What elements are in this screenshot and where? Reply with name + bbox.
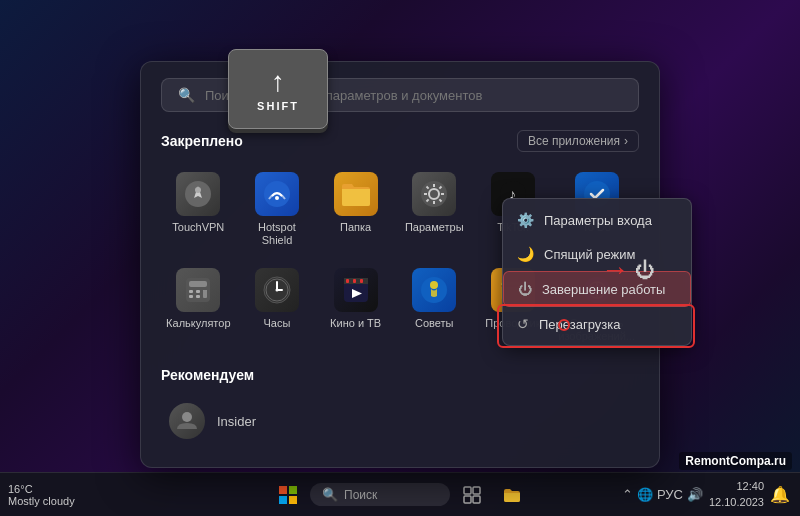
svg-rect-36 bbox=[473, 487, 480, 494]
power-icon: ⏻ bbox=[518, 281, 532, 297]
svg-rect-35 bbox=[464, 487, 471, 494]
weather-desc: Mostly cloudy bbox=[8, 495, 75, 507]
app-tips-label: Советы bbox=[415, 317, 453, 330]
svg-point-30 bbox=[182, 412, 192, 422]
network-icon: 🌐 bbox=[637, 487, 653, 502]
svg-rect-24 bbox=[360, 279, 363, 283]
file-explorer-taskbar[interactable] bbox=[494, 477, 530, 513]
chevron-up-icon: ⌃ bbox=[622, 487, 633, 502]
app-clock[interactable]: Часы bbox=[240, 260, 315, 351]
svg-rect-22 bbox=[346, 279, 349, 283]
taskbar-left: 16°C Mostly cloudy bbox=[0, 483, 81, 507]
clock-date: 12.10.2023 bbox=[709, 495, 764, 510]
recommended-label: Рекомендуем bbox=[161, 367, 254, 383]
recommended-header: Рекомендуем bbox=[161, 367, 639, 383]
svg-rect-31 bbox=[279, 486, 287, 494]
svg-rect-23 bbox=[353, 279, 356, 283]
power-menu-login-options[interactable]: ⚙️ Параметры входа bbox=[503, 203, 691, 237]
app-folder-label: Папка bbox=[340, 221, 371, 234]
taskview-button[interactable] bbox=[454, 477, 490, 513]
svg-rect-10 bbox=[189, 281, 207, 287]
svg-point-1 bbox=[195, 187, 201, 193]
taskbar-search-label: Поиск bbox=[344, 488, 377, 502]
shift-key-container: ↑ SHIFT bbox=[558, 319, 570, 331]
svg-point-26 bbox=[430, 281, 438, 289]
recommended-item[interactable]: Insider bbox=[161, 395, 639, 447]
svg-rect-16 bbox=[203, 290, 207, 298]
taskview-icon bbox=[463, 486, 481, 504]
all-apps-button[interactable]: Все приложения › bbox=[517, 130, 639, 152]
svg-rect-33 bbox=[279, 496, 287, 504]
svg-rect-14 bbox=[189, 295, 193, 298]
app-hotspot[interactable]: Hotspot Shield bbox=[240, 164, 315, 255]
app-touchvpn-label: TouchVPN bbox=[172, 221, 224, 234]
app-calc-label: Калькулятор bbox=[166, 317, 230, 330]
movies-icon bbox=[334, 268, 378, 312]
weather-temp: 16°C bbox=[8, 483, 33, 495]
power-menu: ⚙️ Параметры входа 🌙 Спящий режим ⏻ Заве… bbox=[502, 198, 692, 346]
weather-widget[interactable]: 16°C Mostly cloudy bbox=[8, 483, 75, 507]
shift-arrow: ↑ bbox=[271, 66, 285, 98]
taskbar-search[interactable]: 🔍 Поиск bbox=[310, 483, 450, 506]
svg-rect-15 bbox=[196, 295, 200, 298]
app-movies[interactable]: Кино и ТВ bbox=[318, 260, 393, 351]
app-touchvpn[interactable]: TouchVPN bbox=[161, 164, 236, 255]
watermark: RemontCompa.ru bbox=[679, 452, 792, 470]
svg-rect-38 bbox=[473, 496, 480, 503]
svg-rect-37 bbox=[464, 496, 471, 503]
system-tray[interactable]: ⌃ 🌐 РУС 🔊 bbox=[622, 487, 703, 502]
folder-icon bbox=[334, 172, 378, 216]
svg-point-25 bbox=[421, 277, 447, 303]
app-folder[interactable]: Папка bbox=[318, 164, 393, 255]
settings-icon bbox=[412, 172, 456, 216]
volume-icon: 🔊 bbox=[687, 487, 703, 502]
power-button-indicator: ⏻ bbox=[635, 259, 655, 282]
restart-icon: ↺ bbox=[517, 316, 529, 332]
svg-rect-11 bbox=[189, 290, 193, 293]
power-menu-sleep[interactable]: 🌙 Спящий режим bbox=[503, 237, 691, 271]
app-movies-label: Кино и ТВ bbox=[330, 317, 381, 330]
sleep-icon: 🌙 bbox=[517, 246, 534, 262]
datetime-widget[interactable]: 12:40 12.10.2023 bbox=[709, 479, 764, 510]
recommended-section: Рекомендуем Insider bbox=[161, 367, 639, 447]
pinned-section-header: Закреплено Все приложения › bbox=[161, 130, 639, 152]
app-calc[interactable]: Калькулятор bbox=[161, 260, 236, 351]
login-icon: ⚙️ bbox=[517, 212, 534, 228]
calc-icon bbox=[176, 268, 220, 312]
power-menu-shutdown[interactable]: ⏻ Завершение работы bbox=[503, 271, 691, 307]
svg-point-19 bbox=[275, 288, 278, 291]
right-arrow-icon: → bbox=[601, 254, 629, 286]
svg-rect-32 bbox=[289, 486, 297, 494]
search-icon: 🔍 bbox=[178, 87, 195, 103]
start-button[interactable] bbox=[270, 477, 306, 513]
power-menu-restart[interactable]: ↺ Перезагрузка bbox=[503, 307, 691, 341]
rec-item-icon bbox=[169, 403, 205, 439]
shift-key: ↑ SHIFT bbox=[228, 49, 328, 129]
chevron-right-icon: › bbox=[624, 134, 628, 148]
pinned-label: Закреплено bbox=[161, 133, 243, 149]
tips-icon bbox=[412, 268, 456, 312]
shift-label: SHIFT bbox=[257, 100, 299, 112]
app-hotspot-label: Hotspot Shield bbox=[244, 221, 311, 247]
windows-logo-icon bbox=[279, 486, 297, 504]
clock-icon bbox=[255, 268, 299, 312]
rec-item-label: Insider bbox=[217, 414, 256, 429]
app-settings[interactable]: Параметры bbox=[397, 164, 472, 255]
taskbar: 16°C Mostly cloudy 🔍 Поиск bbox=[0, 472, 800, 516]
taskbar-right: ⌃ 🌐 РУС 🔊 12:40 12.10.2023 🔔 bbox=[622, 479, 800, 510]
svg-point-3 bbox=[275, 196, 279, 200]
desktop: 🔍 Закреплено Все приложения › TouchVPN bbox=[0, 0, 800, 516]
clock-time: 12:40 bbox=[736, 479, 764, 494]
app-clock-label: Часы bbox=[264, 317, 291, 330]
notification-icon[interactable]: 🔔 bbox=[770, 485, 790, 504]
file-explorer-icon bbox=[502, 486, 522, 504]
power-arrow-area: → ⏻ bbox=[601, 254, 655, 286]
svg-rect-12 bbox=[196, 290, 200, 293]
svg-rect-34 bbox=[289, 496, 297, 504]
app-tips[interactable]: Советы bbox=[397, 260, 472, 351]
hotspot-icon bbox=[255, 172, 299, 216]
language-indicator: РУС bbox=[657, 487, 683, 502]
taskbar-center: 🔍 Поиск bbox=[270, 477, 530, 513]
app-settings-label: Параметры bbox=[405, 221, 464, 234]
taskbar-search-icon: 🔍 bbox=[322, 487, 338, 502]
